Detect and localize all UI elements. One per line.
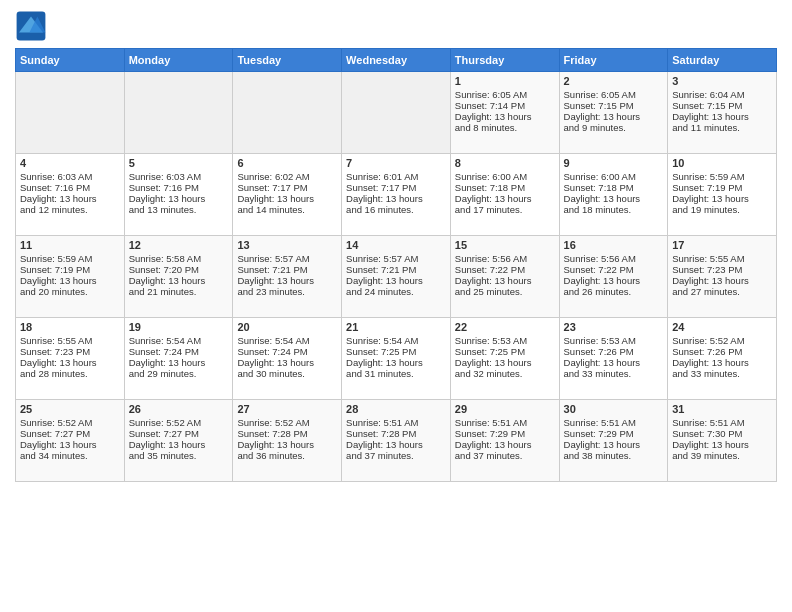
day-info: and 8 minutes. (455, 122, 555, 133)
day-info: Sunrise: 5:59 AM (20, 253, 120, 264)
day-info: Sunset: 7:25 PM (346, 346, 446, 357)
day-info: Sunset: 7:27 PM (20, 428, 120, 439)
day-cell: 10Sunrise: 5:59 AMSunset: 7:19 PMDayligh… (668, 154, 777, 236)
week-row-4: 18Sunrise: 5:55 AMSunset: 7:23 PMDayligh… (16, 318, 777, 400)
day-cell: 18Sunrise: 5:55 AMSunset: 7:23 PMDayligh… (16, 318, 125, 400)
day-cell: 21Sunrise: 5:54 AMSunset: 7:25 PMDayligh… (342, 318, 451, 400)
day-info: Daylight: 13 hours (20, 193, 120, 204)
day-info: Daylight: 13 hours (237, 357, 337, 368)
day-info: and 18 minutes. (564, 204, 664, 215)
day-info: Sunrise: 5:51 AM (346, 417, 446, 428)
day-info: and 34 minutes. (20, 450, 120, 461)
day-info: Sunset: 7:26 PM (564, 346, 664, 357)
day-info: Sunrise: 5:57 AM (346, 253, 446, 264)
day-info: Daylight: 13 hours (564, 193, 664, 204)
day-info: Sunset: 7:16 PM (129, 182, 229, 193)
day-cell: 29Sunrise: 5:51 AMSunset: 7:29 PMDayligh… (450, 400, 559, 482)
day-info: and 19 minutes. (672, 204, 772, 215)
day-info: Daylight: 13 hours (455, 439, 555, 450)
day-info: Sunrise: 5:51 AM (455, 417, 555, 428)
day-info: Daylight: 13 hours (672, 193, 772, 204)
day-number: 9 (564, 157, 664, 169)
day-number: 11 (20, 239, 120, 251)
day-info: Sunset: 7:18 PM (455, 182, 555, 193)
day-cell: 3Sunrise: 6:04 AMSunset: 7:15 PMDaylight… (668, 72, 777, 154)
header-row: SundayMondayTuesdayWednesdayThursdayFrid… (16, 49, 777, 72)
day-info: Sunrise: 6:03 AM (129, 171, 229, 182)
day-info: Sunset: 7:29 PM (564, 428, 664, 439)
day-info: Sunrise: 6:05 AM (564, 89, 664, 100)
day-info: Daylight: 13 hours (455, 111, 555, 122)
day-info: Sunrise: 5:56 AM (455, 253, 555, 264)
day-info: and 29 minutes. (129, 368, 229, 379)
day-info: and 24 minutes. (346, 286, 446, 297)
day-info: and 9 minutes. (564, 122, 664, 133)
day-number: 3 (672, 75, 772, 87)
day-info: and 11 minutes. (672, 122, 772, 133)
day-info: Sunrise: 5:58 AM (129, 253, 229, 264)
day-info: Sunset: 7:29 PM (455, 428, 555, 439)
day-info: Sunrise: 5:54 AM (237, 335, 337, 346)
day-number: 7 (346, 157, 446, 169)
day-cell (124, 72, 233, 154)
calendar-body: 1Sunrise: 6:05 AMSunset: 7:14 PMDaylight… (16, 72, 777, 482)
day-info: Sunset: 7:20 PM (129, 264, 229, 275)
day-info: Daylight: 13 hours (346, 275, 446, 286)
day-info: Daylight: 13 hours (237, 439, 337, 450)
day-info: Daylight: 13 hours (346, 439, 446, 450)
day-info: Sunrise: 5:59 AM (672, 171, 772, 182)
day-info: and 28 minutes. (20, 368, 120, 379)
col-header-thursday: Thursday (450, 49, 559, 72)
day-cell: 12Sunrise: 5:58 AMSunset: 7:20 PMDayligh… (124, 236, 233, 318)
day-info: and 37 minutes. (455, 450, 555, 461)
day-number: 29 (455, 403, 555, 415)
day-cell: 20Sunrise: 5:54 AMSunset: 7:24 PMDayligh… (233, 318, 342, 400)
day-info: Daylight: 13 hours (564, 357, 664, 368)
col-header-monday: Monday (124, 49, 233, 72)
day-number: 26 (129, 403, 229, 415)
day-info: and 31 minutes. (346, 368, 446, 379)
day-info: and 16 minutes. (346, 204, 446, 215)
day-number: 5 (129, 157, 229, 169)
day-info: Daylight: 13 hours (129, 275, 229, 286)
day-cell: 23Sunrise: 5:53 AMSunset: 7:26 PMDayligh… (559, 318, 668, 400)
col-header-sunday: Sunday (16, 49, 125, 72)
day-info: and 14 minutes. (237, 204, 337, 215)
day-info: Sunrise: 5:56 AM (564, 253, 664, 264)
day-info: Sunrise: 6:02 AM (237, 171, 337, 182)
day-cell: 4Sunrise: 6:03 AMSunset: 7:16 PMDaylight… (16, 154, 125, 236)
day-info: Sunrise: 5:54 AM (346, 335, 446, 346)
day-info: Sunrise: 5:52 AM (237, 417, 337, 428)
day-number: 19 (129, 321, 229, 333)
day-cell: 13Sunrise: 5:57 AMSunset: 7:21 PMDayligh… (233, 236, 342, 318)
day-info: Sunrise: 5:55 AM (20, 335, 120, 346)
day-info: and 39 minutes. (672, 450, 772, 461)
day-info: Sunset: 7:22 PM (455, 264, 555, 275)
day-info: and 32 minutes. (455, 368, 555, 379)
day-info: Daylight: 13 hours (564, 111, 664, 122)
day-info: Daylight: 13 hours (672, 275, 772, 286)
day-cell: 22Sunrise: 5:53 AMSunset: 7:25 PMDayligh… (450, 318, 559, 400)
day-info: Daylight: 13 hours (129, 193, 229, 204)
day-number: 31 (672, 403, 772, 415)
day-info: and 12 minutes. (20, 204, 120, 215)
day-info: Sunset: 7:18 PM (564, 182, 664, 193)
day-info: and 25 minutes. (455, 286, 555, 297)
day-info: Sunrise: 6:03 AM (20, 171, 120, 182)
day-info: Sunset: 7:22 PM (564, 264, 664, 275)
day-info: Sunrise: 6:00 AM (455, 171, 555, 182)
day-info: Sunrise: 6:04 AM (672, 89, 772, 100)
day-info: Daylight: 13 hours (20, 357, 120, 368)
day-cell (342, 72, 451, 154)
day-cell: 11Sunrise: 5:59 AMSunset: 7:19 PMDayligh… (16, 236, 125, 318)
day-number: 13 (237, 239, 337, 251)
day-number: 25 (20, 403, 120, 415)
day-cell: 5Sunrise: 6:03 AMSunset: 7:16 PMDaylight… (124, 154, 233, 236)
day-cell: 1Sunrise: 6:05 AMSunset: 7:14 PMDaylight… (450, 72, 559, 154)
day-info: Sunset: 7:27 PM (129, 428, 229, 439)
logo (15, 10, 51, 42)
day-cell: 6Sunrise: 6:02 AMSunset: 7:17 PMDaylight… (233, 154, 342, 236)
day-info: Sunrise: 5:51 AM (564, 417, 664, 428)
day-info: Daylight: 13 hours (346, 193, 446, 204)
day-info: and 33 minutes. (564, 368, 664, 379)
